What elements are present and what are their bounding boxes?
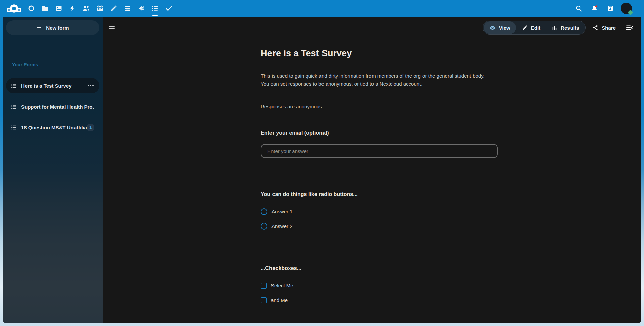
forms-sidebar: New form Your Forms Here is a Test Surve… xyxy=(3,17,103,323)
new-form-label: New form xyxy=(46,25,69,31)
navigation-toggle-icon[interactable] xyxy=(109,24,115,29)
radio-icon[interactable] xyxy=(261,208,267,215)
form-item-label: 18 Question MS&T Unaffilia… xyxy=(21,125,87,130)
form-list-icon xyxy=(11,104,17,110)
share-icon xyxy=(592,25,598,31)
top-bar-right xyxy=(571,0,634,17)
anonymous-note: Responses are anonymous. xyxy=(261,104,324,110)
calendar-icon[interactable] xyxy=(93,0,107,17)
forms-icon[interactable] xyxy=(148,0,162,17)
app-menu xyxy=(24,0,176,17)
online-status-dot xyxy=(628,10,633,15)
checkbox-option-label: and Me xyxy=(271,296,288,304)
plus-icon xyxy=(36,25,42,30)
question-title-radio: You can do things like radio buttons... xyxy=(261,191,358,198)
form-list-item-18-question[interactable]: 18 Question MS&T Unaffilia… 1 xyxy=(6,120,99,135)
bar-chart-icon xyxy=(552,25,557,31)
form-list-item-mental-health[interactable]: Support for Mental Health Pro… xyxy=(6,99,99,114)
main-content: View Edit Results Share Here is a T xyxy=(103,17,641,323)
share-button[interactable]: Share xyxy=(588,21,621,35)
announcements-icon[interactable] xyxy=(134,0,148,17)
edit-tab[interactable]: Edit xyxy=(516,21,546,34)
form-list-item-test-survey[interactable]: Here is a Test Survey xyxy=(6,78,99,93)
files-icon[interactable] xyxy=(38,0,52,17)
notification-dot xyxy=(595,5,597,7)
share-button-label: Share xyxy=(602,25,616,31)
email-answer-input[interactable] xyxy=(261,144,498,158)
contacts-icon[interactable] xyxy=(79,0,93,17)
radio-option-label: Answer 1 xyxy=(271,208,293,216)
question-title-email: Enter your email (optional) xyxy=(261,130,329,136)
view-tab-label: View xyxy=(499,25,510,31)
avatar[interactable] xyxy=(621,3,632,14)
response-counter-badge: 1 xyxy=(87,124,94,131)
question-title-checkbox: ...Checkboxes... xyxy=(261,265,301,272)
sidebar-toggle-icon[interactable] xyxy=(623,21,636,35)
app-frame: New form Your Forms Here is a Test Surve… xyxy=(3,17,641,323)
checkbox-icon[interactable] xyxy=(261,297,267,303)
form-item-label: Here is a Test Survey xyxy=(21,83,87,89)
radio-icon[interactable] xyxy=(261,223,267,230)
survey-description: This is used to gain quick and dirty inf… xyxy=(261,72,498,88)
checkbox-option-label: Select Me xyxy=(271,282,293,290)
checkbox-option-select-me[interactable]: Select Me xyxy=(261,282,293,290)
activity-icon[interactable] xyxy=(65,0,79,17)
deck-icon[interactable] xyxy=(120,0,134,17)
form-list-icon xyxy=(11,125,17,130)
radio-option-answer-2[interactable]: Answer 2 xyxy=(261,222,293,230)
top-bar xyxy=(0,0,644,17)
checkbox-icon[interactable] xyxy=(261,283,267,289)
nextcloud-logo-icon[interactable] xyxy=(6,0,22,17)
radio-option-answer-1[interactable]: Answer 1 xyxy=(261,208,293,216)
radio-option-label: Answer 2 xyxy=(271,222,293,230)
your-forms-caption: Your Forms xyxy=(12,62,38,67)
form-list-icon xyxy=(11,83,17,89)
user-avatar[interactable] xyxy=(618,0,634,17)
pencil-icon xyxy=(522,25,528,31)
tasks-icon[interactable] xyxy=(162,0,176,17)
edit-tab-label: Edit xyxy=(531,25,540,31)
results-tab-label: Results xyxy=(561,25,579,31)
status-circle-icon[interactable] xyxy=(24,0,38,17)
form-item-label: Support for Mental Health Pro… xyxy=(21,104,94,110)
mode-switcher: View Edit Results xyxy=(483,21,586,35)
item-actions-menu-icon[interactable] xyxy=(87,84,94,88)
notes-icon[interactable] xyxy=(107,0,120,17)
search-icon[interactable] xyxy=(571,0,587,17)
form-action-bar: View Edit Results Share xyxy=(483,21,636,35)
active-app-indicator xyxy=(152,15,158,16)
contacts-menu-icon[interactable] xyxy=(602,0,618,17)
photos-icon[interactable] xyxy=(52,0,65,17)
checkbox-option-and-me[interactable]: and Me xyxy=(261,296,288,304)
notifications-bell-icon[interactable] xyxy=(587,0,602,17)
survey-view: Here is a Test Survey This is used to ga… xyxy=(261,17,498,323)
survey-title: Here is a Test Survey xyxy=(261,48,352,59)
new-form-button[interactable]: New form xyxy=(6,20,99,35)
results-tab[interactable]: Results xyxy=(546,21,585,34)
form-list: Here is a Test Survey Support for Mental… xyxy=(6,78,99,140)
